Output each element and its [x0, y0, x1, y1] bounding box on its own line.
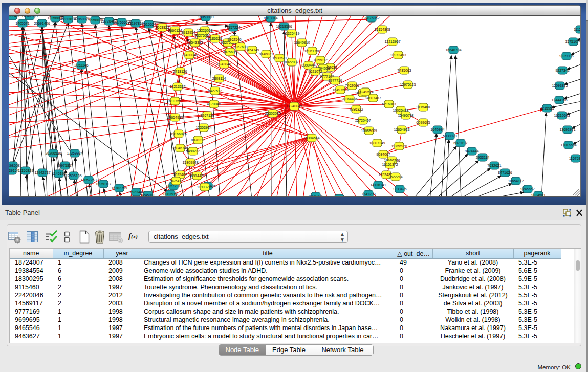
svg-text:17359934: 17359934 — [67, 151, 82, 155]
svg-text:8454749: 8454749 — [245, 48, 259, 52]
svg-text:1977716: 1977716 — [328, 79, 342, 82]
svg-text:10688609: 10688609 — [361, 129, 377, 133]
svg-text:7625411: 7625411 — [169, 179, 183, 183]
svg-text:16107552: 16107552 — [167, 99, 183, 103]
svg-text:18807249: 18807249 — [369, 141, 385, 145]
svg-text:16640910: 16640910 — [294, 41, 310, 45]
svg-text:15495798: 15495798 — [398, 114, 413, 117]
svg-text:16961758: 16961758 — [304, 49, 320, 53]
svg-text:7625402: 7625402 — [173, 173, 187, 177]
svg-text:8912954: 8912954 — [181, 31, 195, 34]
svg-text:5498222: 5498222 — [186, 149, 200, 153]
svg-text:22420046: 22420046 — [181, 53, 197, 57]
svg-text:9327500: 9327500 — [194, 34, 208, 37]
svg-text:83197857: 83197857 — [127, 21, 143, 25]
svg-text:95822412: 95822412 — [9, 16, 20, 18]
svg-text:8990444: 8990444 — [301, 63, 315, 67]
svg-text:7485063: 7485063 — [397, 69, 411, 72]
svg-text:7986322: 7986322 — [349, 107, 363, 111]
svg-text:17857253: 17857253 — [80, 178, 96, 182]
svg-text:9227342: 9227342 — [555, 69, 569, 72]
svg-text:6099695: 6099695 — [416, 121, 430, 124]
svg-text:7632621: 7632621 — [487, 164, 501, 167]
svg-text:9329986: 9329986 — [559, 54, 573, 58]
svg-text:19218596: 19218596 — [276, 25, 292, 28]
svg-text:10543382: 10543382 — [187, 41, 203, 45]
svg-text:12093872: 12093872 — [552, 84, 568, 87]
svg-text:9031904: 9031904 — [309, 194, 322, 196]
svg-text:9146821: 9146821 — [259, 52, 273, 56]
svg-text:12975125: 12975125 — [400, 83, 416, 86]
svg-text:16249574: 16249574 — [357, 90, 373, 94]
svg-text:15809948: 15809948 — [182, 161, 198, 164]
svg-text:15751074: 15751074 — [565, 40, 580, 43]
svg-text:2053346: 2053346 — [74, 63, 88, 67]
svg-text:19975857: 19975857 — [57, 164, 73, 167]
svg-text:7515524: 7515524 — [142, 23, 156, 26]
svg-text:9084067: 9084067 — [376, 152, 390, 156]
svg-text:20691406: 20691406 — [34, 21, 50, 25]
svg-text:1405571: 1405571 — [15, 21, 29, 25]
svg-text:9024501: 9024501 — [531, 193, 545, 196]
svg-text:10807487: 10807487 — [365, 96, 381, 100]
svg-text:2803114: 2803114 — [212, 77, 226, 80]
svg-text:9621072: 9621072 — [308, 70, 322, 73]
svg-text:12213332: 12213332 — [169, 85, 185, 89]
svg-text:16210643: 16210643 — [554, 114, 570, 117]
svg-text:12505135: 12505135 — [66, 174, 81, 178]
svg-text:7663822: 7663822 — [155, 26, 169, 29]
svg-text:1733426: 1733426 — [393, 187, 406, 191]
svg-text:9362546: 9362546 — [227, 38, 241, 41]
svg-text:1167534: 1167534 — [569, 157, 580, 160]
svg-text:16914479: 16914479 — [189, 174, 205, 178]
svg-text:4170045: 4170045 — [207, 102, 221, 106]
svg-text:10973493: 10973493 — [390, 53, 406, 57]
svg-text:16782759: 16782759 — [111, 186, 127, 190]
svg-text:19756928: 19756928 — [391, 144, 407, 148]
svg-text:2718126: 2718126 — [173, 70, 187, 73]
svg-text:1939154: 1939154 — [9, 169, 19, 172]
svg-text:8322037: 8322037 — [285, 60, 298, 64]
svg-text:11156829: 11156829 — [18, 169, 33, 172]
svg-text:2933114: 2933114 — [476, 156, 490, 159]
svg-text:12353934: 12353934 — [195, 126, 211, 129]
svg-text:8242848: 8242848 — [217, 62, 231, 66]
svg-text:1588520: 1588520 — [272, 56, 286, 60]
svg-text:11903276: 11903276 — [197, 185, 213, 189]
svg-text:16053809: 16053809 — [198, 16, 213, 19]
svg-text:9660124: 9660124 — [168, 29, 182, 32]
svg-text:1145190: 1145190 — [52, 172, 66, 176]
svg-text:8083913: 8083913 — [163, 192, 177, 196]
svg-text:7955812: 7955812 — [313, 58, 327, 62]
svg-text:20206536: 20206536 — [45, 151, 61, 155]
svg-text:20364436: 20364436 — [341, 97, 357, 101]
svg-text:16151372: 16151372 — [382, 163, 398, 166]
svg-text:5938928: 5938928 — [443, 134, 456, 138]
svg-text:16497503: 16497503 — [332, 88, 348, 92]
svg-text:6879197: 6879197 — [453, 141, 467, 145]
svg-text:9245011: 9245011 — [141, 193, 155, 196]
svg-text:10958117: 10958117 — [96, 182, 112, 186]
svg-text:13654923: 13654923 — [394, 128, 409, 132]
svg-text:16154808: 16154808 — [374, 28, 390, 31]
svg-text:14136141: 14136141 — [370, 183, 386, 187]
svg-text:1112043: 1112043 — [574, 28, 580, 31]
svg-text:13692971: 13692971 — [559, 128, 575, 132]
svg-text:15720407: 15720407 — [355, 119, 371, 122]
svg-text:17016504: 17016504 — [560, 143, 576, 147]
svg-text:8813014: 8813014 — [264, 16, 277, 20]
svg-text:7741230: 7741230 — [361, 192, 375, 196]
svg-text:8427512: 8427512 — [208, 89, 222, 93]
svg-text:9474444: 9474444 — [465, 149, 478, 153]
svg-text:12444156: 12444156 — [551, 98, 567, 102]
svg-text:10654112: 10654112 — [508, 179, 524, 183]
svg-text:19166825: 19166825 — [170, 132, 186, 136]
svg-text:11325419: 11325419 — [284, 32, 300, 35]
svg-text:12213967: 12213967 — [384, 40, 400, 43]
svg-text:8471626: 8471626 — [498, 171, 512, 174]
svg-text:9115460: 9115460 — [417, 105, 430, 109]
svg-text:8878312: 8878312 — [191, 138, 205, 142]
svg-text:24942603: 24942603 — [21, 16, 37, 18]
svg-text:1640994: 1640994 — [430, 128, 444, 132]
svg-text:12942737: 12942737 — [34, 171, 50, 174]
